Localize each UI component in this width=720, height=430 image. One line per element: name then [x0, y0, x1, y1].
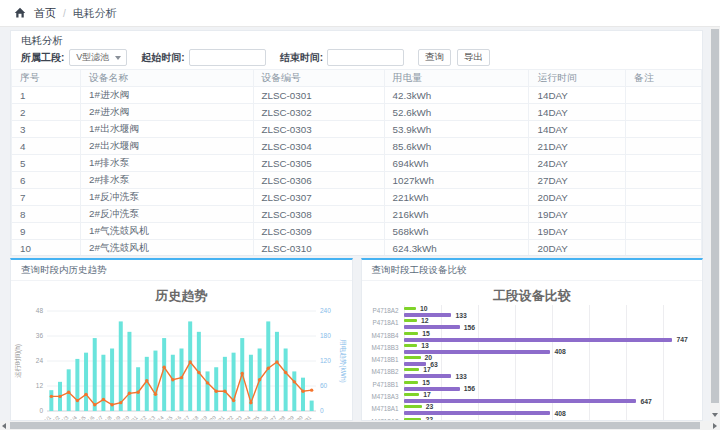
start-time-label: 起始时间:	[141, 51, 184, 65]
trend-line-marker	[102, 398, 105, 401]
section-select-value: V型滤池	[76, 52, 109, 62]
compare-panel-header: 查询时段工段设备比较	[362, 260, 703, 281]
trend-bar	[84, 353, 88, 411]
trend-panel-header: 查询时段内历史趋势	[11, 260, 352, 281]
svg-text:1/22: 1/22	[223, 414, 234, 421]
compare-category-label: M4718A1	[366, 403, 399, 415]
table-cell: 1#排水泵	[81, 155, 254, 172]
compare-category-label: P4718B1	[366, 379, 399, 391]
table-column-header: 设备名称	[81, 70, 254, 87]
table-cell: 4	[12, 138, 81, 155]
compare-category-label: M4718B2	[366, 366, 399, 378]
trend-line-marker	[267, 367, 270, 370]
svg-text:240: 240	[320, 307, 331, 314]
breadcrumb-current[interactable]: 电耗分析	[73, 6, 117, 21]
compare-row: M4718A123408	[366, 403, 697, 415]
svg-text:1/15: 1/15	[162, 414, 173, 421]
scroll-down-icon[interactable]	[712, 413, 718, 417]
trend-bar	[75, 359, 79, 411]
trend-line-marker	[58, 395, 61, 398]
table-column-header: 序号	[12, 70, 81, 87]
svg-text:180: 180	[320, 332, 331, 339]
trend-line-marker	[197, 371, 200, 374]
svg-text:1/14: 1/14	[153, 414, 164, 421]
svg-text:12: 12	[36, 382, 44, 389]
horizontal-scrollbar[interactable]	[0, 421, 720, 430]
table-cell: 624.3kWh	[384, 240, 529, 257]
table-cell: 52.6kWh	[384, 104, 529, 121]
table-cell	[626, 223, 702, 240]
table-row: 42#出水堰阀ZLSC-030485.6kWh21DAY	[12, 138, 702, 155]
query-button[interactable]: 查询	[418, 49, 451, 66]
compare-rows: P4718A210133P4718A112156M4718B415747M471…	[366, 305, 697, 421]
table-cell: ZLSC-0304	[253, 138, 384, 155]
start-time-input[interactable]	[189, 49, 266, 66]
panel-title: 电耗分析	[11, 31, 702, 46]
filter-bar: 所属工段: V型滤池 起始时间: 结束时间: 查询 导出	[11, 46, 702, 69]
table-cell: 2#反冲洗泵	[81, 206, 254, 223]
table-column-header: 用电量	[384, 70, 529, 87]
trend-bar	[67, 369, 71, 411]
table-cell: ZLSC-0309	[253, 223, 384, 240]
home-icon[interactable]	[14, 7, 26, 19]
section-select[interactable]: V型滤池	[69, 49, 127, 66]
runtime-bar	[404, 332, 419, 335]
table-row: 22#进水阀ZLSC-030252.6kWh14DAY	[12, 104, 702, 121]
trend-bar	[153, 351, 157, 411]
table-row: 31#出水堰阀ZLSC-030353.9kWh14DAY	[12, 121, 702, 138]
trend-bar	[136, 367, 140, 411]
compare-row: P4718A210133	[366, 305, 697, 317]
export-button[interactable]: 导出	[457, 49, 490, 66]
compare-bar-group: 17133	[404, 367, 697, 379]
compare-bar-group: 12156	[404, 318, 697, 330]
runtime-bar	[404, 307, 417, 310]
compare-category-label: M4718A3	[366, 391, 399, 403]
scroll-left-icon[interactable]	[2, 423, 6, 429]
compare-category-label: M4718B1	[366, 354, 399, 366]
table-cell: 1	[12, 87, 81, 104]
table-cell: 568kWh	[384, 223, 529, 240]
vertical-scrollbar[interactable]	[710, 27, 720, 421]
svg-text:1/4: 1/4	[69, 414, 78, 421]
scroll-right-icon[interactable]	[713, 423, 717, 429]
end-time-input[interactable]	[327, 49, 404, 66]
horizontal-scrollbar-thumb[interactable]	[10, 422, 700, 429]
svg-text:1/29: 1/29	[284, 414, 295, 421]
runtime-value-label: 17	[423, 392, 431, 397]
svg-text:1/30: 1/30	[292, 414, 303, 421]
svg-text:48: 48	[36, 307, 44, 314]
trend-chart-panel: 查询时段内历史趋势 历史趋势 012243648060120180240运行时间…	[10, 258, 353, 421]
breadcrumb-separator: /	[63, 8, 66, 19]
vertical-scrollbar-thumb[interactable]	[711, 29, 719, 403]
runtime-bar	[404, 405, 422, 408]
trend-bar	[119, 321, 123, 411]
compare-bar-group: 15747	[404, 331, 697, 343]
trend-line-marker	[136, 391, 139, 394]
runtime-bar	[404, 381, 419, 384]
trend-bar	[180, 349, 184, 412]
compare-category-label: P4718A1	[366, 317, 399, 329]
runtime-bar	[404, 393, 420, 396]
trend-line-marker	[188, 360, 191, 363]
trend-line-marker	[249, 401, 252, 404]
trend-line-marker	[162, 366, 165, 369]
compare-bar-group: 23408	[404, 404, 697, 416]
table-cell: 20DAY	[529, 189, 626, 206]
compare-category-label: M4718B3	[366, 342, 399, 354]
trend-line-marker	[215, 390, 218, 393]
breadcrumb-home[interactable]: 首页	[34, 6, 56, 21]
table-column-header: 设备编号	[253, 70, 384, 87]
runtime-value-label: 15	[422, 331, 430, 336]
runtime-value-label: 13	[421, 343, 429, 348]
svg-text:1/31: 1/31	[301, 414, 312, 421]
trend-bar	[275, 332, 279, 411]
trend-line-marker	[232, 399, 235, 402]
section-label: 所属工段:	[21, 51, 64, 65]
table-cell	[626, 206, 702, 223]
table-cell: 2#出水堰阀	[81, 138, 254, 155]
trend-line-marker	[258, 378, 261, 381]
table-cell: 10	[12, 240, 81, 257]
table-cell: 1#气洗鼓风机	[81, 223, 254, 240]
trend-line-marker	[50, 395, 53, 398]
table-cell: 694kWh	[384, 155, 529, 172]
